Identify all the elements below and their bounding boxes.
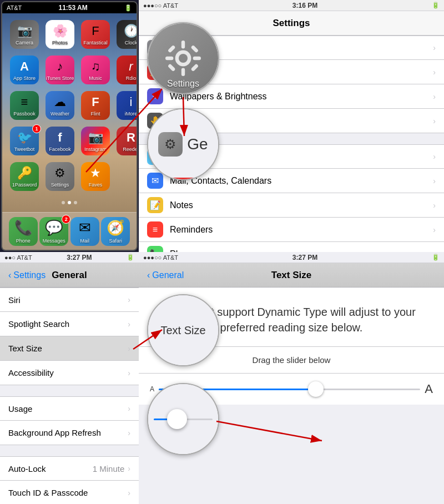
iphone-background: 📷Camera 🌸Photos FFantastical 🕐Clock AApp… [2, 13, 137, 250]
svg-rect-9 [190, 63, 199, 72]
privacy-chevron: › [433, 117, 436, 125]
slider-large-a: A [425, 382, 433, 396]
app-faves[interactable]: ★Faves [81, 162, 110, 191]
iphone-frame: AT&T 11:53 AM 🔋 📷Camera 🌸Photos FFantast… [1, 1, 138, 251]
dock-mail[interactable]: ✉Mail [70, 217, 99, 246]
status-bar-br: ●●●○○ AT&T 3:27 PM 🔋 [139, 252, 444, 263]
wallpaper-icon: ✦ [147, 88, 163, 104]
app-imore[interactable]: iiMore [117, 91, 137, 120]
app-reeder[interactable]: RReeder [117, 127, 137, 155]
svg-rect-5 [193, 57, 201, 60]
textsize-back-chevron: ‹ [147, 270, 150, 280]
usage-label: Usage [8, 404, 128, 414]
page-indicator [2, 198, 137, 208]
app-itunes[interactable]: ♪iTunes Store [46, 56, 74, 84]
app-flint[interactable]: FFlint [81, 91, 110, 120]
time-tr: 3:16 PM [292, 2, 317, 9]
app-grid: 📷Camera 🌸Photos FFantastical 🕐Clock AApp… [2, 13, 137, 198]
wallpaper-label: Wallpapers & Brightness [170, 92, 433, 102]
textsize-title: Text Size [271, 270, 311, 281]
reminders-icon: ≡ [147, 221, 163, 238]
touchid-chevron: › [128, 488, 130, 497]
app-music[interactable]: ♫Music [81, 56, 110, 84]
reminders-chevron: › [433, 225, 436, 234]
app-camera[interactable]: 📷Camera [10, 20, 39, 49]
app-weather[interactable]: ☁Weather [46, 91, 74, 120]
bg-refresh-label: Background App Refresh [8, 428, 128, 437]
app-passbook[interactable]: ≡Passbook [10, 91, 39, 120]
usage-chevron: › [128, 404, 130, 413]
app-appstore[interactable]: AApp Store [10, 56, 39, 84]
settings-row-notes[interactable]: 📝 Notes › [139, 193, 444, 218]
general-back-button[interactable]: ‹ Settings [8, 270, 46, 280]
row-background-refresh[interactable]: Background App Refresh › [0, 421, 139, 445]
row-textsize[interactable]: Text Size › [0, 336, 139, 361]
general-gear-icon: ⚙ [158, 132, 183, 157]
general-title: General [52, 270, 87, 281]
app-photos[interactable]: 🌸Photos [46, 20, 74, 49]
accessibility-chevron: › [128, 369, 130, 377]
battery-tr: 🔋 [432, 2, 440, 9]
bg-refresh-chevron: › [128, 429, 130, 437]
back-chevron-icon: ‹ [8, 270, 11, 280]
row-usage[interactable]: Usage › [0, 396, 139, 421]
general-section-1: Siri › Spotlight Search › Text Size › Ac… [0, 288, 139, 385]
autolock-chevron: › [128, 464, 130, 473]
textsize-back-label: General [152, 270, 184, 280]
svg-rect-4 [165, 57, 173, 60]
svg-point-1 [179, 54, 188, 63]
status-bar-bl: ●●○ AT&T 3:27 PM 🔋 [0, 252, 139, 263]
row-touchid[interactable]: Touch ID & Passcode › [0, 481, 139, 504]
svg-rect-3 [181, 68, 185, 76]
spotlight-chevron: › [128, 320, 130, 329]
dock-safari[interactable]: 🧭Safari [101, 217, 130, 246]
zoom-slider-thumb[interactable] [167, 409, 187, 429]
row-spotlight[interactable]: Spotlight Search › [0, 312, 139, 336]
carrier-bl: ●●○ AT&T [4, 254, 32, 261]
autolock-value: 1 Minute [93, 464, 125, 473]
spotlight-label: Spotlight Search [8, 319, 128, 329]
textsize-label: Text Size [8, 344, 128, 353]
touchid-label: Touch ID & Passcode [8, 488, 128, 497]
zoom-slider-circle [147, 383, 219, 455]
app-clock[interactable]: 🕐Clock [117, 20, 137, 49]
app-1password[interactable]: 🔑1Password [10, 162, 39, 191]
svg-rect-6 [168, 45, 176, 53]
app-instagram[interactable]: 📷Instagram [81, 127, 110, 155]
battery-bl: 🔋 [127, 254, 134, 261]
zoom-settings-inner: Settings [148, 23, 218, 93]
autolock-label: Auto-Lock [8, 464, 93, 473]
time-br: 3:27 PM [292, 254, 317, 261]
app-fantastical[interactable]: FFantastical [81, 20, 110, 49]
carrier-br: ●●●○○ AT&T [143, 254, 178, 261]
general-section-2: Usage › Background App Refresh › [0, 396, 139, 445]
zoom-settings-icon: Settings [147, 22, 219, 94]
dock-phone[interactable]: 📞Phone [9, 217, 38, 246]
iphone-homescreen: AT&T 11:53 AM 🔋 📷Camera 🌸Photos FFantast… [0, 0, 139, 252]
app-facebook[interactable]: fFacebook [46, 127, 74, 155]
dot-1 [62, 201, 65, 204]
status-bar-top-left: AT&T 11:53 AM 🔋 [2, 2, 137, 13]
general-divider-2 [0, 445, 139, 456]
app-tweetbot[interactable]: 1🐦Tweetbot [10, 127, 39, 155]
slider-small-a: A [150, 385, 154, 393]
settings-row-phone[interactable]: 📞 Phone › [139, 242, 444, 252]
dot-2 [68, 201, 71, 204]
zoom-textsize-inner: Text Size [148, 295, 218, 365]
row-autolock[interactable]: Auto-Lock 1 Minute › [0, 456, 139, 481]
mail-chevron: › [433, 177, 436, 185]
status-bar-tr: ●●●○○ AT&T 3:16 PM 🔋 [139, 0, 444, 11]
zoom-slider-track-container [154, 419, 213, 420]
drag-label: Drag the slider below [253, 355, 331, 365]
app-rdio[interactable]: rRdio [117, 56, 137, 84]
slider-thumb[interactable] [308, 381, 324, 397]
textsize-back-button[interactable]: ‹ General [147, 270, 184, 280]
app-settings[interactable]: ⚙Settings [46, 162, 74, 191]
zoom-textsize-row: Text Size [147, 294, 219, 366]
row-accessibility[interactable]: Accessibility › [0, 361, 139, 385]
settings-row-reminders[interactable]: ≡ Reminders › [139, 218, 444, 242]
gear-svg [161, 36, 205, 80]
dock-messages[interactable]: 2💬Messages [39, 217, 68, 246]
svg-rect-2 [181, 41, 185, 48]
row-siri[interactable]: Siri › [0, 288, 139, 312]
